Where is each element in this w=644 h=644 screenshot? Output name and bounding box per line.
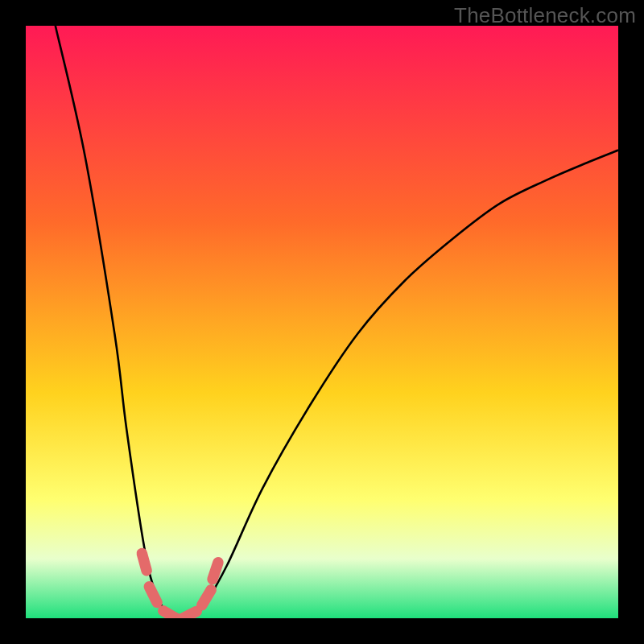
chart-frame: TheBottleneck.com xyxy=(0,0,644,644)
bottleneck-chart-svg xyxy=(26,26,618,618)
gradient-background xyxy=(26,26,618,618)
plot-area xyxy=(26,26,618,618)
highlight-marker xyxy=(181,611,197,618)
highlight-marker xyxy=(149,587,157,603)
highlight-marker xyxy=(213,563,218,580)
watermark-label: TheBottleneck.com xyxy=(454,3,636,28)
highlight-marker xyxy=(142,553,147,570)
